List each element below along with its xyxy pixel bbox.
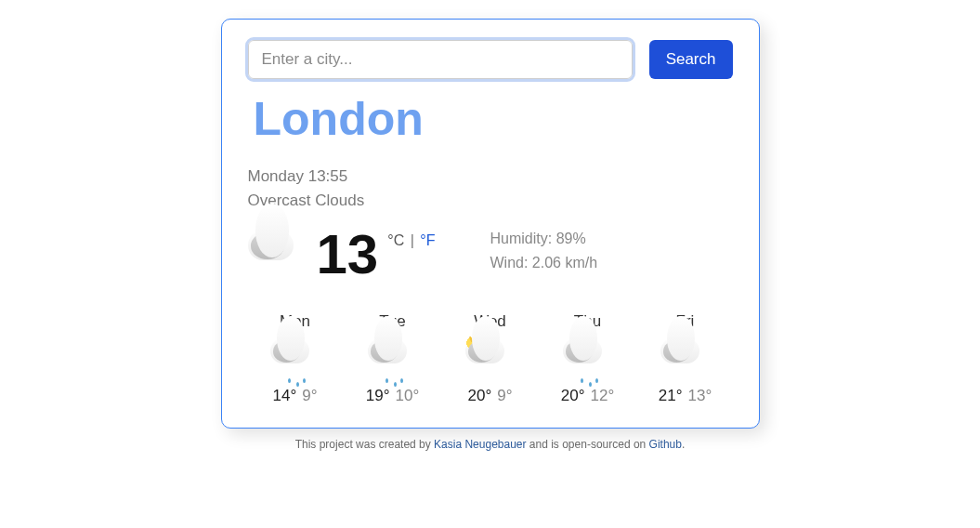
wind-label: Wind: (490, 255, 529, 271)
forecast-hi: 21° (659, 387, 683, 404)
weather-card: Search London Monday 13:55 Overcast Clou… (221, 19, 760, 429)
forecast-day: Tue 19°10° (351, 312, 435, 405)
current-condition: Overcast Clouds (248, 189, 733, 213)
forecast-lo: 13° (688, 387, 712, 404)
current-datetime: Monday 13:55 (248, 165, 733, 189)
current-details: Humidity: 89% Wind: 2.06 km/h (490, 227, 598, 274)
current-temperature: 13 (317, 227, 379, 283)
city-search-input[interactable] (248, 40, 633, 79)
search-button[interactable]: Search (649, 40, 733, 79)
forecast-hi: 14° (273, 387, 297, 404)
unit-celsius[interactable]: °C (387, 232, 404, 248)
wind-row: Wind: 2.06 km/h (490, 251, 598, 275)
unit-toggle: °C | °F (387, 232, 435, 249)
forecast-day: Fri 21°13° (644, 312, 727, 405)
footer-credit: This project was created by Kasia Neugeb… (295, 438, 686, 451)
forecast-day: Wed 20°9° (449, 312, 532, 405)
current-left: 13 °C | °F (248, 227, 490, 283)
footer-post: . (682, 438, 685, 451)
forecast-hi: 20° (561, 387, 585, 404)
author-link[interactable]: Kasia Neugebauer (434, 438, 526, 451)
footer-mid: and is open-sourced on (527, 438, 649, 451)
humidity-value: 89% (556, 231, 586, 246)
forecast-temps: 21°13° (659, 387, 712, 405)
forecast-temps: 20°12° (561, 387, 614, 405)
cloud-icon (660, 338, 711, 379)
forecast-lo: 9° (497, 387, 512, 404)
forecast-temps: 14°9° (273, 387, 318, 405)
forecast-lo: 10° (396, 387, 420, 404)
current-row: 13 °C | °F Humidity: 89% Wind: 2.06 km/h (248, 227, 733, 283)
cloud-icon (248, 231, 307, 279)
unit-fahrenheit[interactable]: °F (420, 232, 435, 248)
unit-separator: | (411, 232, 414, 248)
footer-pre: This project was created by (295, 438, 434, 451)
forecast-lo: 12° (591, 387, 615, 404)
current-meta: Monday 13:55 Overcast Clouds (248, 165, 733, 212)
wind-value: 2.06 km/h (532, 255, 597, 271)
cloud-rain-icon (270, 338, 320, 379)
forecast-day: Mon 14°9° (254, 312, 337, 405)
forecast-lo: 9° (302, 387, 317, 404)
forecast-day: Thu 20°12° (546, 312, 630, 405)
forecast-temps: 20°9° (468, 387, 513, 405)
forecast-hi: 20° (468, 387, 492, 404)
humidity-label: Humidity: (490, 231, 553, 246)
github-link[interactable]: Github (649, 438, 682, 451)
cloud-rain-icon (368, 338, 418, 379)
cloud-rain-icon (563, 338, 613, 379)
city-name: London (254, 92, 733, 146)
forecast-temps: 19°10° (366, 387, 419, 405)
cloud-sun-icon (465, 338, 516, 379)
forecast-hi: 19° (366, 387, 390, 404)
search-row: Search (248, 40, 733, 79)
forecast-row: Mon 14°9° Tue 19°10° Wed (248, 312, 733, 405)
humidity-row: Humidity: 89% (490, 227, 598, 251)
